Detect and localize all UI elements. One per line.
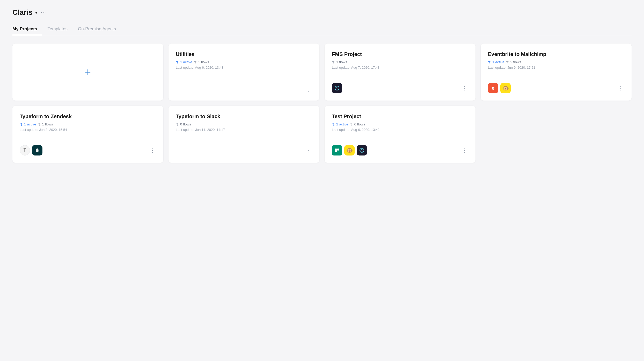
make-app-icon [332, 83, 342, 93]
project-date-typeform-slack: Last update: Jun 11, 2020, 14:17 [176, 128, 312, 132]
project-menu-fms[interactable]: ⋮ [461, 84, 468, 92]
svg-rect-2 [337, 148, 339, 151]
project-meta-utilities: 1 active 1 flows [176, 60, 312, 64]
app-icons-eventbrite-mailchimp: e 🐵 [488, 83, 511, 93]
project-card-eventbrite-mailchimp: Eventbrite to Mailchimp 1 active 2 flows… [481, 44, 632, 101]
flow-icon-tz2 [38, 123, 41, 126]
card-footer-typeform-zendesk: T ⋮ [20, 145, 156, 155]
card-footer-eventbrite-mailchimp: e 🐵 ⋮ [488, 83, 624, 93]
flow-icon-tz [20, 123, 23, 126]
typeform-app-icon: T [20, 145, 30, 155]
svg-rect-1 [335, 148, 337, 152]
flows-count-eventbrite-mailchimp: 2 flows [506, 60, 521, 64]
flow-icon-eb [488, 60, 492, 64]
chevron-down-icon[interactable]: ▾ [35, 10, 37, 15]
make-icon-svg [334, 85, 340, 91]
project-menu-typeform-zendesk[interactable]: ⋮ [149, 147, 156, 154]
mailchimp-app-icon: 🐵 [500, 83, 511, 93]
card-footer-utilities: ⋮ [176, 86, 312, 93]
project-meta-test: 2 active 6 flows [332, 122, 468, 126]
project-menu-utilities[interactable]: ⋮ [305, 86, 312, 93]
flow-icon-test2 [350, 123, 354, 126]
project-title-typeform-slack: Typeform to Slack [176, 113, 312, 120]
tab-my-projects[interactable]: My Projects [12, 24, 42, 35]
project-date-utilities: Last update: Aug 6, 2020, 13:43 [176, 66, 312, 69]
project-card-typeform-slack: Typeform to Slack 0 flows Last update: J… [169, 106, 319, 163]
tab-on-premise-agents[interactable]: On-Premise Agents [77, 24, 121, 35]
project-menu-typeform-slack[interactable]: ⋮ [305, 148, 312, 155]
app-icons-typeform-zendesk: T [20, 145, 42, 155]
project-title-eventbrite-mailchimp: Eventbrite to Mailchimp [488, 51, 624, 58]
header: Claris ▾ ··· [12, 8, 632, 17]
project-meta-typeform-slack: 0 flows [176, 122, 312, 126]
project-menu-test[interactable]: ⋮ [461, 147, 468, 154]
pipefy-icon-svg [334, 147, 340, 153]
flows-count-fms: 1 flows [332, 60, 347, 64]
flows-count-typeform-slack: 0 flows [176, 122, 191, 126]
projects-grid-row2: Typeform to Zendesk 1 active 1 flows Las… [12, 106, 632, 163]
project-meta-typeform-zendesk: 1 active 1 flows [20, 122, 156, 126]
flow-icon-fms [332, 60, 335, 64]
active-count-test: 2 active [332, 122, 348, 126]
project-title-utilities: Utilities [176, 51, 312, 58]
more-options-icon[interactable]: ··· [41, 10, 46, 15]
project-title-test: Test Project [332, 113, 468, 120]
svg-point-3 [360, 148, 364, 152]
zendesk-app-icon [32, 145, 42, 155]
active-count-typeform-zendesk: 1 active [20, 122, 36, 126]
flows-count-typeform-zendesk: 1 flows [38, 122, 53, 126]
project-date-fms: Last update: Aug 7, 2020, 17:43 [332, 66, 468, 69]
flow-icon-2 [194, 60, 197, 64]
app-icons-test: 🐵 [332, 145, 367, 155]
project-meta-eventbrite-mailchimp: 1 active 2 flows [488, 60, 624, 64]
card-footer-typeform-slack: ⋮ [176, 148, 312, 155]
flow-icon-ts [176, 123, 179, 126]
project-title-typeform-zendesk: Typeform to Zendesk [20, 113, 156, 120]
tab-templates[interactable]: Templates [46, 24, 72, 35]
project-menu-eventbrite-mailchimp[interactable]: ⋮ [617, 84, 624, 92]
nav-tabs: My Projects Templates On-Premise Agents [12, 24, 632, 35]
app-icons-fms [332, 83, 342, 93]
add-project-icon: + [85, 67, 91, 77]
mailchimp-app-icon-test: 🐵 [344, 145, 355, 155]
pipefy-app-icon [332, 145, 342, 155]
flow-icon-eb2 [506, 60, 510, 64]
active-count-utilities: 1 active [176, 60, 192, 64]
flow-icon [176, 60, 179, 64]
project-card-typeform-zendesk: Typeform to Zendesk 1 active 1 flows Las… [12, 106, 163, 163]
project-date-typeform-zendesk: Last update: Jun 2, 2020, 15:54 [20, 128, 156, 132]
card-footer-test: 🐵 ⋮ [332, 145, 468, 155]
flows-count-utilities: 1 flows [194, 60, 209, 64]
project-card-test: Test Project 2 active 6 flows Last updat… [325, 106, 475, 163]
flows-count-test: 6 flows [350, 122, 365, 126]
active-count-eventbrite-mailchimp: 1 active [488, 60, 504, 64]
projects-grid-row1: + Utilities 1 active 1 flows Last update… [12, 44, 632, 101]
project-title-fms: FMS Project [332, 51, 468, 58]
zendesk-icon-svg [34, 147, 40, 153]
project-meta-fms: 1 flows [332, 60, 468, 64]
card-footer-fms: ⋮ [332, 83, 468, 93]
flow-icon-test [332, 123, 335, 126]
project-date-test: Last update: Aug 6, 2020, 13:42 [332, 128, 468, 132]
svg-point-0 [335, 86, 339, 90]
brand-name: Claris [12, 8, 33, 17]
eventbrite-app-icon: e [488, 83, 498, 93]
project-card-utilities: Utilities 1 active 1 flows Last update: … [169, 44, 319, 101]
make-app-icon-test [357, 145, 367, 155]
project-date-eventbrite-mailchimp: Last update: Jun 9, 2020, 17:21 [488, 66, 624, 69]
project-card-fms: FMS Project 1 flows Last update: Aug 7, … [325, 44, 475, 101]
make-icon-svg-test [359, 147, 365, 153]
new-project-card[interactable]: + [12, 44, 163, 101]
